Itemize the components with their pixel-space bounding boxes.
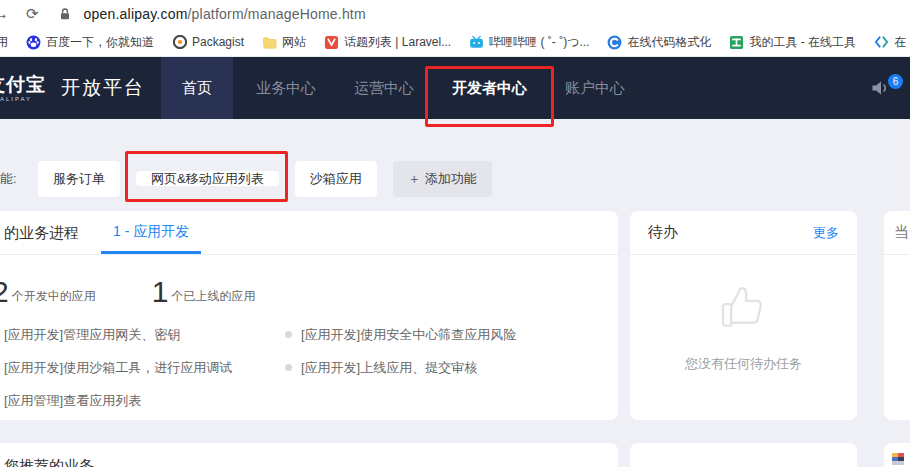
nav-item-account-center[interactable]: 账户中心: [550, 57, 640, 119]
task-column-left: [应用开发]管理应用网关、密钥 [应用开发]使用沙箱工具，进行应用调试 [应用管…: [4, 325, 285, 424]
platform-title: 开放平台: [61, 75, 145, 101]
bookmark-baidu[interactable]: 百度一下，你就知道: [26, 34, 154, 51]
sandbox-app-button[interactable]: 沙箱应用: [295, 161, 377, 197]
lock-icon: [58, 6, 72, 22]
alipay-open-platform-page: → ⟳ open.alipay.com/platform/manageHome.…: [0, 0, 910, 467]
bullet-icon: [285, 331, 292, 338]
notification-badge: 6: [888, 74, 903, 89]
bookmark-partial[interactable]: 用: [0, 34, 8, 51]
bottom-right-card-partial: [884, 443, 910, 467]
forward-icon[interactable]: →: [0, 5, 9, 23]
stat-developing-apps: 2 个开发中的应用: [0, 276, 96, 308]
bookmark-online[interactable]: 在: [874, 34, 906, 51]
bookmark-my-tools[interactable]: 我的工具 - 在线工具: [729, 34, 856, 51]
formatter-c-icon: [607, 35, 622, 50]
bookmark-bilibili[interactable]: 哔哩哔哩 ( ˚- ˚)つ...: [469, 34, 589, 51]
recommended-title: 您推荐的业务: [4, 457, 94, 467]
folder-icon: [262, 35, 277, 50]
bookmark-packagist[interactable]: Packagist: [172, 35, 244, 50]
business-progress-card: 的业务进程 1 - 应用开发 2 个开发中的应用 1 个已上线的应用 [应用开发…: [0, 211, 618, 420]
service-orders-button[interactable]: 服务订单: [38, 161, 120, 197]
side-card-header: 当: [884, 211, 910, 255]
announcement-speaker-icon[interactable]: 6: [870, 79, 890, 97]
bookmarks-bar: 用 百度一下，你就知道 Packagist 网站 话题列表 | Laravel.…: [0, 28, 910, 57]
bookmark-website[interactable]: 网站: [262, 34, 306, 51]
bullet-icon: [285, 364, 292, 371]
task-item: [应用开发]上线应用、提交审核: [285, 358, 618, 377]
navbar-right: 6: [870, 57, 890, 119]
nav-item-home[interactable]: 首页: [161, 57, 233, 119]
tab-app-development[interactable]: 1 - 应用开发: [101, 211, 201, 254]
bottom-middle-card-partial: [630, 443, 857, 467]
app-stats: 2 个开发中的应用 1 个已上线的应用: [0, 276, 618, 308]
packagist-icon: [172, 35, 187, 50]
task-lists: [应用开发]管理应用网关、密钥 [应用开发]使用沙箱工具，进行应用调试 [应用管…: [0, 325, 618, 424]
bookmark-code-formatter[interactable]: 在线代码格式化: [607, 34, 711, 51]
browser-chrome: → ⟳ open.alipay.com/platform/manageHome.…: [0, 0, 910, 57]
web-mobile-app-list-button[interactable]: 网页&移动应用列表: [136, 171, 279, 186]
side-card-title: 当: [894, 223, 909, 242]
address-bar[interactable]: open.alipay.com/platform/manageHome.htm: [84, 6, 366, 22]
bookmark-laravel-topics[interactable]: 话题列表 | Laravel...: [324, 34, 451, 51]
partial-logo-icon: [892, 451, 904, 467]
nav-menu: 首页 业务中心 运营中心 开发者中心 账户中心: [157, 57, 644, 119]
task-column-right: [应用开发]使用安全中心筛查应用风险 [应用开发]上线应用、提交审核: [285, 325, 618, 424]
alipay-logo[interactable]: 支付宝 ALIPAY 开放平台: [0, 57, 145, 119]
url-host: open.alipay.com: [84, 6, 188, 22]
tools-icon: [729, 35, 744, 50]
stat-online-apps: 1 个已上线的应用: [152, 276, 256, 308]
reload-icon[interactable]: ⟳: [26, 5, 39, 23]
side-card-partial: 当: [884, 211, 910, 420]
task-item: [应用管理]查看应用列表: [4, 391, 285, 410]
baidu-icon: [26, 35, 41, 50]
nav-item-operation-center[interactable]: 运营中心: [339, 57, 429, 119]
recommended-business-card: 您推荐的业务: [0, 443, 618, 467]
address-row: → ⟳ open.alipay.com/platform/manageHome.…: [0, 0, 910, 28]
quick-function-bar: 能: 服务订单 网页&移动应用列表 沙箱应用 ＋添加功能: [0, 161, 492, 197]
topics-icon: [324, 35, 339, 50]
thumbs-up-icon: [716, 279, 772, 339]
bilibili-icon: [469, 35, 484, 50]
todo-empty-text: 您没有任何待办任务: [685, 355, 802, 373]
url-path: /platform/manageHome.htm: [188, 6, 366, 22]
plus-icon: ＋: [408, 171, 421, 186]
todo-card: 待办 更多 您没有任何待办任务: [630, 211, 857, 420]
task-item: [应用开发]管理应用网关、密钥: [4, 325, 285, 344]
task-item: [应用开发]使用安全中心筛查应用风险: [285, 325, 618, 344]
nav-item-business-center[interactable]: 业务中心: [241, 57, 331, 119]
progress-card-header: 的业务进程 1 - 应用开发: [0, 211, 618, 255]
progress-card-title: 的业务进程: [4, 211, 79, 254]
code-brackets-icon: [874, 35, 889, 50]
todo-empty-state: 您没有任何待办任务: [630, 255, 857, 373]
nav-item-developer-center[interactable]: 开发者中心: [437, 57, 542, 119]
todo-more-link[interactable]: 更多: [813, 224, 839, 242]
quickbar-label: 能:: [0, 170, 22, 188]
top-navbar: 支付宝 ALIPAY 开放平台 首页 业务中心 运营中心 开发者中心 账户中心 …: [0, 57, 910, 119]
task-item: [应用开发]使用沙箱工具，进行应用调试: [4, 358, 285, 377]
add-function-button[interactable]: ＋添加功能: [393, 161, 492, 197]
alipay-logo-mark: 支付宝 ALIPAY: [0, 75, 46, 102]
todo-card-header: 待办 更多: [630, 211, 857, 255]
todo-title: 待办: [648, 223, 678, 242]
